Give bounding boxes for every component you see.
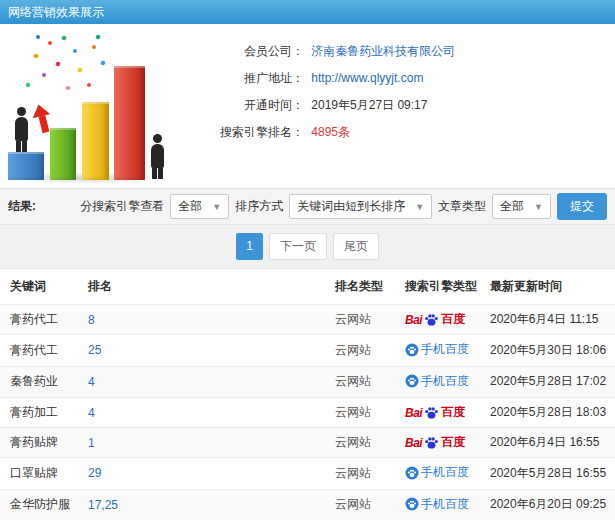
keyword-cell: 膏药代工 xyxy=(0,305,78,335)
engine-cell: Bai百度 xyxy=(395,305,480,335)
rank-link[interactable]: 29 xyxy=(78,458,325,490)
chevron-down-icon: ▼ xyxy=(534,202,543,212)
member-company-link[interactable]: 济南秦鲁药业科技有限公司 xyxy=(311,44,455,58)
member-company-row: 会员公司： 济南秦鲁药业科技有限公司 xyxy=(182,38,455,65)
rank-type-cell: 云网站 xyxy=(325,458,395,490)
article-type-label: 文章类型 xyxy=(438,198,486,215)
keyword-cell: 膏药贴牌 xyxy=(0,428,78,458)
open-time-value: 2019年5月27日 09:17 xyxy=(311,98,427,112)
mobile-baidu-logo: 手机百度 xyxy=(405,464,469,481)
rank-link[interactable]: 17,25 xyxy=(78,489,325,520)
col-engine-type: 搜索引擎类型 xyxy=(395,269,480,305)
update-time-cell: 2020年6月4日 16:55 xyxy=(480,428,615,458)
bar-blue xyxy=(8,152,44,180)
baidu-logo: Bai百度 xyxy=(405,434,465,451)
rank-link[interactable]: 8 xyxy=(78,305,325,335)
engine-cell: Bai百度 xyxy=(395,428,480,458)
engine-cell: 手机百度 xyxy=(395,489,480,520)
keyword-cell: 金华防护服 xyxy=(0,489,78,520)
rank-type-cell: 云网站 xyxy=(325,489,395,520)
baidu-paw-icon xyxy=(424,405,439,420)
article-type-select[interactable]: 全部 ▼ xyxy=(492,194,551,219)
rank-link[interactable]: 1 xyxy=(78,428,325,458)
open-time-row: 开通时间： 2019年5月27日 09:17 xyxy=(182,92,455,119)
bar-red xyxy=(114,66,145,180)
keyword-cell: 膏药加工 xyxy=(0,398,78,428)
keyword-table-body: 膏药代工8云网站Bai百度2020年6月4日 11:15膏药代工25云网站手机百… xyxy=(0,305,615,520)
filter-bar: 结果: 分搜索引擎查看 全部 ▼ 排序方式 关键词由短到长排序 ▼ 文章类型 全… xyxy=(0,188,615,225)
rank-type-cell: 云网站 xyxy=(325,305,395,335)
sort-label: 排序方式 xyxy=(235,198,283,215)
update-time-cell: 2020年6月20日 09:25 xyxy=(480,489,615,520)
rank-count-row: 搜索引擎排名： 4895条 xyxy=(182,119,455,146)
submit-button[interactable]: 提交 xyxy=(557,193,607,220)
marketing-effect-page: 网络营销效果展示 会员 xyxy=(0,0,615,520)
keyword-cell: 秦鲁药业 xyxy=(0,366,78,398)
table-row: 膏药代工25云网站手机百度2020年5月30日 18:06 xyxy=(0,335,615,367)
mobile-baidu-paw-icon xyxy=(405,374,419,388)
table-row: 膏药代工8云网站Bai百度2020年6月4日 11:15 xyxy=(0,305,615,335)
engine-filter-select[interactable]: 全部 ▼ xyxy=(170,194,229,219)
table-row: 金华防护服17,25云网站手机百度2020年6月20日 09:25 xyxy=(0,489,615,520)
page-next-button[interactable]: 下一页 xyxy=(269,233,327,260)
member-info-section: 会员公司： 济南秦鲁药业科技有限公司 推广地址： http://www.qlyy… xyxy=(0,24,615,188)
mobile-baidu-logo: 手机百度 xyxy=(405,341,469,358)
rank-count-label: 搜索引擎排名： xyxy=(182,119,304,146)
update-time-cell: 2020年5月28日 18:03 xyxy=(480,398,615,428)
rank-count-value: 4895条 xyxy=(311,125,350,139)
mobile-baidu-paw-icon xyxy=(405,466,419,480)
engine-cell: 手机百度 xyxy=(395,366,480,398)
page-current[interactable]: 1 xyxy=(236,233,263,260)
article-type-value: 全部 xyxy=(500,198,524,215)
sort-value: 关键词由短到长排序 xyxy=(297,198,405,215)
promo-url-row: 推广地址： http://www.qlyyjt.com xyxy=(182,65,455,92)
rank-type-cell: 云网站 xyxy=(325,366,395,398)
update-time-cell: 2020年5月30日 18:06 xyxy=(480,335,615,367)
businessman-figure-right xyxy=(150,134,165,179)
table-row: 膏药贴牌1云网站Bai百度2020年6月4日 16:55 xyxy=(0,428,615,458)
mobile-baidu-logo: 手机百度 xyxy=(405,496,469,513)
engine-filter-label: 分搜索引擎查看 xyxy=(80,198,164,215)
table-row: 秦鲁药业4云网站手机百度2020年5月28日 17:02 xyxy=(0,366,615,398)
rank-type-cell: 云网站 xyxy=(325,428,395,458)
rank-link[interactable]: 25 xyxy=(78,335,325,367)
rank-link[interactable]: 4 xyxy=(78,398,325,428)
member-company-label: 会员公司： xyxy=(182,38,304,65)
baidu-paw-icon xyxy=(424,312,439,327)
bar-yellow xyxy=(82,102,109,180)
rank-type-cell: 云网站 xyxy=(325,398,395,428)
mobile-baidu-paw-icon xyxy=(405,343,419,357)
col-keyword: 关键词 xyxy=(0,269,78,305)
keyword-cell: 口罩贴牌 xyxy=(0,458,78,490)
mobile-baidu-logo: 手机百度 xyxy=(405,373,469,390)
businessman-figure-left xyxy=(14,107,29,152)
table-row: 膏药加工4云网站Bai百度2020年5月28日 18:03 xyxy=(0,398,615,428)
table-header-row: 关键词 排名 排名类型 搜索引擎类型 最新更新时间 xyxy=(0,269,615,305)
up-arrow-icon xyxy=(30,102,54,134)
col-update-time: 最新更新时间 xyxy=(480,269,615,305)
table-row: 口罩贴牌29云网站手机百度2020年5月28日 16:55 xyxy=(0,458,615,490)
chevron-down-icon: ▼ xyxy=(415,202,424,212)
rank-type-cell: 云网站 xyxy=(325,335,395,367)
update-time-cell: 2020年5月28日 17:02 xyxy=(480,366,615,398)
page-last-button[interactable]: 尾页 xyxy=(333,233,379,260)
member-info-list: 会员公司： 济南秦鲁药业科技有限公司 推广地址： http://www.qlyy… xyxy=(182,28,455,188)
engine-cell: Bai百度 xyxy=(395,398,480,428)
engine-filter-value: 全部 xyxy=(178,198,202,215)
update-time-cell: 2020年5月28日 16:55 xyxy=(480,458,615,490)
chevron-down-icon: ▼ xyxy=(212,202,221,212)
col-rank: 排名 xyxy=(78,269,325,305)
pagination: 1 下一页 尾页 xyxy=(0,225,615,269)
growth-chart-illustration xyxy=(0,28,182,186)
engine-cell: 手机百度 xyxy=(395,335,480,367)
baidu-logo: Bai百度 xyxy=(405,311,465,328)
open-time-label: 开通时间： xyxy=(182,92,304,119)
rank-link[interactable]: 4 xyxy=(78,366,325,398)
sort-select[interactable]: 关键词由短到长排序 ▼ xyxy=(289,194,432,219)
baidu-paw-icon xyxy=(424,435,439,450)
col-rank-type: 排名类型 xyxy=(325,269,395,305)
mobile-baidu-paw-icon xyxy=(405,497,419,511)
bar-green xyxy=(50,128,76,180)
promo-url-link[interactable]: http://www.qlyyjt.com xyxy=(311,71,423,85)
baidu-logo: Bai百度 xyxy=(405,404,465,421)
